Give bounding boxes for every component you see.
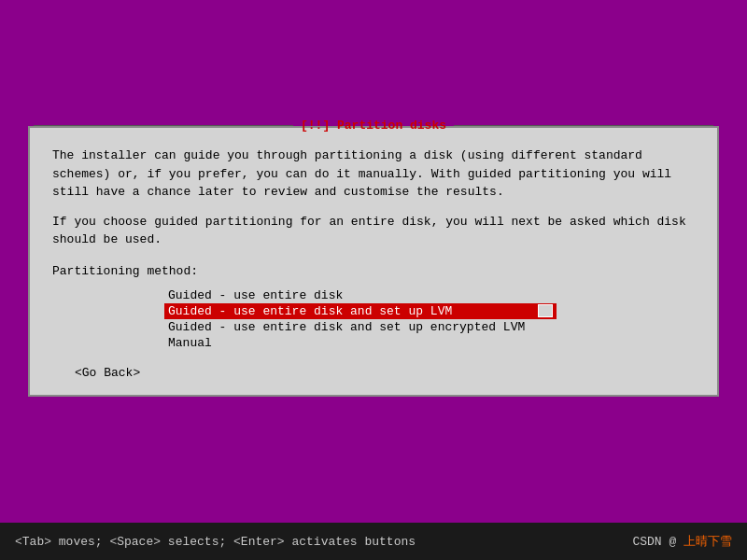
go-back-button[interactable]: <Go Back> [75, 366, 140, 380]
partitioning-method-label: Partitioning method: [52, 264, 695, 278]
terminal-area: [!!] Partition disks The installer can g… [0, 0, 747, 523]
title-line-left [34, 125, 293, 126]
watermark: CSDN @ 上晴下雪 [632, 533, 732, 550]
radio-indicator [538, 304, 553, 317]
dialog-content: The installer can guide you through part… [30, 128, 717, 395]
go-back-area: <Go Back> [52, 366, 695, 380]
dialog-box: [!!] Partition disks The installer can g… [28, 126, 719, 397]
option-guided-lvm-label: Guided - use entire disk and set up LVM [168, 304, 452, 318]
watermark-suffix: 上晴下雪 [684, 535, 732, 549]
options-list: Guided - use entire disk Guided - use en… [164, 287, 695, 351]
watermark-prefix: CSDN @ [632, 535, 676, 549]
description-para-1: The installer can guide you through part… [52, 147, 695, 249]
option-guided-lvm[interactable]: Guided - use entire disk and set up LVM [164, 303, 557, 319]
option-manual[interactable]: Manual [164, 335, 557, 351]
dialog-title: [!!] Partition disks [297, 119, 450, 133]
help-text: <Tab> moves; <Space> selects; <Enter> ac… [15, 535, 416, 549]
dialog-title-bar: [!!] Partition disks [30, 119, 717, 133]
option-guided-encrypted-lvm[interactable]: Guided - use entire disk and set up encr… [164, 319, 557, 335]
title-line-right [454, 125, 713, 126]
option-guided-entire-disk[interactable]: Guided - use entire disk [164, 287, 557, 303]
bottom-bar: <Tab> moves; <Space> selects; <Enter> ac… [0, 523, 747, 560]
